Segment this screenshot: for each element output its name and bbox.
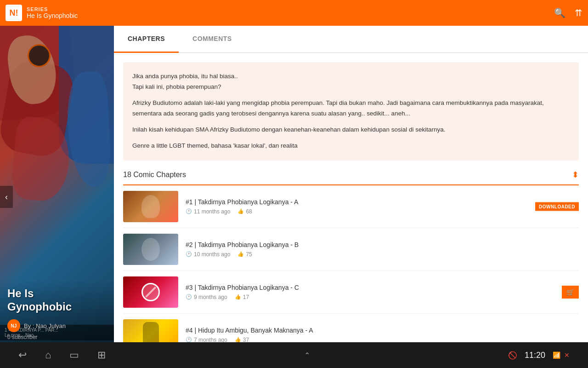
- chapter-thumb-1: [123, 191, 178, 222]
- panel-series-title: He IsGynophobic: [7, 287, 107, 314]
- chapter-item-3[interactable]: #3 | Takdirnya Phobianya Logikanya - C 🕐…: [123, 271, 579, 314]
- thumb-icon-2: 👍: [237, 251, 244, 257]
- thumb-icon-3: 👍: [235, 294, 241, 300]
- clock-icon-3: 🕐: [186, 294, 192, 300]
- clock-icon-1: 🕐: [186, 208, 192, 214]
- content-area[interactable]: Jika anda punya phobia, itu hal biasa..T…: [114, 53, 588, 368]
- chapters-header: 18 Comic Chapters ⬍: [114, 161, 588, 184]
- desc-line-3: Inilah kisah kehidupan SMA Afrizky Budiu…: [132, 125, 570, 135]
- nav-recents-icon[interactable]: ▭: [69, 349, 79, 361]
- description-box: Jika anda punya phobia, itu hal biasa..T…: [123, 62, 579, 161]
- clock-icon-2: 🕐: [186, 251, 192, 257]
- series-name: He Is Gynophobic: [27, 12, 78, 19]
- chapter-title-1: #1 | Takdirnya Phobianya Logikanya - A: [186, 198, 579, 206]
- app-titles: SERIES He Is Gynophobic: [27, 6, 78, 19]
- main-layout: 1 - TAKDIRNYA P... PAR... Le prog... Nao…: [0, 26, 588, 368]
- chapter-likes-2: 👍 75: [237, 251, 252, 258]
- chapter-time-2: 🕐 10 months ago: [186, 251, 230, 258]
- search-button[interactable]: 🔍: [554, 7, 565, 18]
- chapter-info-3: #3 | Takdirnya Phobianya Logikanya - C 🕐…: [186, 284, 579, 300]
- desc-line-2: Afrizky Budiutomo adalah laki-laki yang …: [132, 98, 570, 119]
- chapter-title-4: #4 | Hidup Itu Ambigu, Banyak Maknanya -…: [186, 327, 579, 334]
- series-label: SERIES: [27, 6, 78, 12]
- sort-icon[interactable]: ⬍: [572, 170, 579, 180]
- nav-no-signal-icon: 🚫: [508, 351, 517, 360]
- top-bar-left: N! SERIES He Is Gynophobic: [6, 5, 554, 21]
- downloaded-badge-1: DOWNLOADED: [535, 202, 579, 211]
- chapter-title-3: #3 | Takdirnya Phobianya Logikanya - C: [186, 284, 579, 291]
- tabs-row: CHAPTERS COMMENTS: [114, 26, 588, 53]
- nav-up-icon[interactable]: ⌃: [304, 351, 310, 360]
- cart-badge-3: 🛒: [562, 286, 579, 299]
- chapter-info-2: #2 | Takdirnya Phobianya Logikanya - B 🕐…: [186, 241, 579, 258]
- chapter-time-3: 🕐 9 months ago: [186, 294, 227, 300]
- app-logo: N!: [6, 5, 22, 21]
- nav-time: 11:20: [525, 351, 545, 360]
- panel-arrow-left[interactable]: ‹: [0, 186, 13, 208]
- wifi-icon: 📶: [553, 351, 560, 359]
- nav-home-icon[interactable]: ⌂: [45, 349, 51, 361]
- nav-grid-icon[interactable]: ⊞: [97, 349, 106, 361]
- chapter-likes-3: 👍 17: [235, 294, 249, 300]
- battery-icon: ✕: [564, 351, 570, 359]
- chapter-title-2: #2 | Takdirnya Phobianya Logikanya - B: [186, 241, 579, 248]
- thumb-icon-1: 👍: [237, 208, 244, 214]
- chapters-count: 18 Comic Chapters: [123, 171, 186, 179]
- chapter-meta-1: 🕐 11 months ago 👍 68: [186, 208, 579, 215]
- subscribers-count: 0 subscriber: [7, 334, 107, 340]
- desc-line-1: Jika anda punya phobia, itu hal biasa..T…: [132, 71, 570, 92]
- chapter-item-1[interactable]: #1 | Takdirnya Phobianya Logikanya - A 🕐…: [123, 185, 579, 228]
- share-button[interactable]: ⇈: [575, 7, 582, 18]
- bottom-nav: ↩ ⌂ ▭ ⊞ ⌃ 🚫 11:20 📶 ✕: [0, 342, 588, 368]
- tab-chapters[interactable]: CHAPTERS: [114, 26, 179, 53]
- right-panel: CHAPTERS COMMENTS Jika anda punya phobia…: [114, 26, 588, 368]
- chapter-info-4: #4 | Hidup Itu Ambigu, Banyak Maknanya -…: [186, 327, 579, 343]
- tab-comments[interactable]: COMMENTS: [179, 26, 246, 53]
- top-bar: N! SERIES He Is Gynophobic 🔍 ⇈: [0, 0, 588, 26]
- desc-line-4: Genre a little LGBT themed, bahasa 'kasa…: [132, 141, 570, 151]
- chapter-likes-1: 👍 68: [237, 208, 252, 215]
- chapter-meta-3: 🕐 9 months ago 👍 17: [186, 294, 579, 300]
- chapter-info-1: #1 | Takdirnya Phobianya Logikanya - A 🕐…: [186, 198, 579, 215]
- nav-right: 🚫 11:20 📶 ✕: [508, 351, 570, 360]
- left-panel: 1 - TAKDIRNYA P... PAR... Le prog... Nao…: [0, 26, 114, 368]
- chapter-item-2[interactable]: #2 | Takdirnya Phobianya Logikanya - B 🕐…: [123, 228, 579, 271]
- chapter-time-1: 🕐 11 months ago: [186, 208, 230, 215]
- chapter-list: #1 | Takdirnya Phobianya Logikanya - A 🕐…: [114, 185, 588, 356]
- chapter-thumb-2: [123, 234, 178, 265]
- top-bar-actions: 🔍 ⇈: [554, 7, 582, 18]
- author-row: NJ By : Nao Julyan: [7, 319, 107, 332]
- nav-back-icon[interactable]: ↩: [18, 349, 27, 361]
- chapter-thumb-3: [123, 276, 178, 308]
- author-name: By : Nao Julyan: [24, 322, 66, 329]
- author-avatar: NJ: [7, 319, 20, 332]
- chapter-meta-2: 🕐 10 months ago 👍 75: [186, 251, 579, 258]
- nav-status-icons: 📶 ✕: [553, 351, 570, 359]
